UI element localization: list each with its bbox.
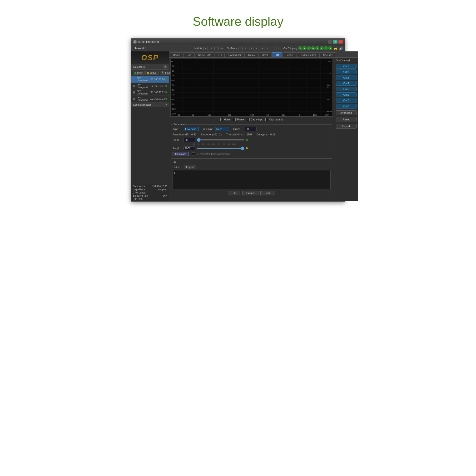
gain-checkbox[interactable] (221, 118, 223, 121)
in-mute-d[interactable]: D (220, 47, 224, 50)
out3-button[interactable]: Out3 (336, 75, 357, 80)
close-button[interactable]: ✕ (339, 40, 343, 44)
freq2-input[interactable] (184, 146, 195, 150)
app-window: Audio Processor ─ □ ✕ Menu(H) InMute A B… (131, 38, 345, 202)
out4-button[interactable]: Out4 (336, 81, 357, 86)
win-type-select[interactable]: Rect Hanning Hamming (215, 127, 229, 131)
dsp-logo: DSP (131, 51, 169, 64)
login-status-label: LoginStatus: (133, 188, 146, 191)
bypassed-button[interactable]: Bypassed (336, 110, 357, 115)
logout-button[interactable]: Logout (145, 71, 159, 75)
tab-port[interactable]: Port (184, 52, 194, 57)
ir-calc-checkbox[interactable] (192, 153, 195, 155)
out5-button[interactable]: Out5 (336, 87, 357, 91)
lock-icon[interactable]: 🔒 (333, 46, 338, 50)
bottom-info: DeviceAddr: 192.168.20.20 LoginStatus: U… (131, 184, 169, 201)
out7-button[interactable]: Out7 (336, 98, 357, 103)
reset-out-button[interactable]: Reset (336, 117, 357, 122)
table-row[interactable]: dev Unlogined 192.168.20.21 (131, 83, 169, 89)
table-row[interactable]: dev Unlogined 192.168.20.23 (131, 96, 169, 102)
info-row-sampling: SamplingRate: 96K (133, 194, 167, 197)
tab-comp-limit[interactable]: Comp/Limit (225, 52, 245, 57)
help-icon-scene[interactable]: ? (165, 103, 167, 106)
tab-mixer[interactable]: Mixer (258, 52, 271, 57)
out6-button[interactable]: Out6 (336, 92, 357, 97)
type-select[interactable]: Low pass High pass Band pass (184, 127, 199, 131)
ir-panel: IR Order: 0 Import 1 Edit Cancel Reset (171, 161, 332, 197)
svg-text:10K: 10K (313, 114, 317, 116)
cap-ctrl-checkbox[interactable] (247, 118, 250, 121)
export-button[interactable]: Export (336, 124, 357, 129)
calculate-button[interactable]: Calculate (172, 152, 189, 156)
out-mute-7[interactable]: 7 (271, 47, 275, 50)
device-indicator (133, 98, 135, 100)
out-channel-title: OutChannel (336, 59, 357, 62)
table-row[interactable]: dev Unlogined 192.168.20.20 (131, 76, 169, 83)
out8-button[interactable]: Out8 (336, 104, 357, 108)
svg-text:-100: -100 (171, 108, 176, 110)
device-name: dev (137, 90, 148, 92)
out-mute-2[interactable]: 2 (244, 47, 248, 50)
info-row-addr: DeviceAddr: 192.168.20.20 (133, 185, 167, 188)
ir-buttons: Edit Cancel Reset (172, 191, 331, 195)
device-indicator (133, 78, 135, 81)
table-row[interactable]: dev Unlogined 192.168.20.22 (131, 89, 169, 96)
tab-fir[interactable]: FIR (272, 52, 282, 57)
in-mute-b[interactable]: B (209, 47, 213, 50)
tab-eq[interactable]: EQ (215, 52, 225, 57)
params-row-atten: PassAtten(dB) 0.82 StopAtten(dB) 21 Tran… (172, 133, 331, 136)
clip-3: 3 (307, 46, 311, 50)
center-right: Home Port Noise Gate EQ Comp/Limit Delay… (169, 51, 358, 201)
cap-data-checkbox[interactable] (265, 118, 268, 121)
ir-order: Order: 0 (172, 166, 182, 169)
svg-text:200: 200 (228, 114, 231, 116)
menu-item-menu[interactable]: Menu(H) (133, 46, 148, 51)
svg-text:-50: -50 (171, 84, 174, 86)
tab-home[interactable]: Home (170, 52, 183, 57)
out-mute-6[interactable]: 6 (266, 47, 270, 50)
cancel-button[interactable]: Cancel (242, 191, 258, 195)
in-mute-a[interactable]: A (204, 47, 208, 50)
tab-device-setting[interactable]: Device Setting (297, 52, 320, 57)
out-mute-1[interactable]: 1 (238, 47, 242, 50)
out-channel-panel: OutChannel Out1 Out2 Out3 Out4 Out5 Out6… (334, 58, 358, 201)
out1-button[interactable]: Out1 (336, 64, 357, 68)
clip-4: 4 (311, 46, 315, 50)
svg-text:180: 180 (327, 60, 331, 63)
help-icon[interactable]: ? (164, 65, 167, 68)
tab-scene[interactable]: Scene (283, 52, 296, 57)
freq1-slider[interactable] (197, 139, 244, 140)
order-input[interactable] (245, 127, 256, 131)
freq2-slider[interactable] (197, 148, 244, 149)
import-button[interactable]: Import (184, 165, 196, 169)
out-mute-4[interactable]: 4 (255, 47, 259, 50)
tab-security[interactable]: Security (320, 52, 336, 57)
tab-delay[interactable]: Delay (245, 52, 258, 57)
device-addr-value: 192.168.20.20 (152, 185, 167, 188)
phase-checkbox[interactable] (233, 118, 236, 121)
info-row-login: LoginStatus: Unlogined (133, 188, 167, 191)
clip-2: 2 (303, 46, 306, 50)
out2-button[interactable]: Out2 (336, 69, 357, 74)
out-mute-3[interactable]: 3 (249, 47, 254, 50)
minimize-button[interactable]: ─ (328, 40, 332, 44)
volume-icon[interactable]: 🔊 (339, 46, 343, 50)
params-row-type: Type Low pass High pass Band pass WinTyp… (172, 127, 331, 131)
device-indicator (133, 91, 135, 94)
login-button[interactable]: Login (133, 71, 144, 75)
trans-width-value: 2787 (246, 133, 252, 136)
svg-text:-30: -30 (171, 74, 174, 77)
out-mute-5[interactable]: 5 (260, 47, 264, 50)
freq1-input[interactable] (184, 138, 195, 142)
local-scene-title: LocalSceneList (133, 103, 151, 106)
ir-legend: IR (172, 161, 177, 164)
in-mute-c[interactable]: C (214, 47, 219, 50)
device-actions: Login Logout 🔍 Search (131, 70, 169, 76)
device-status: Unlogined (137, 86, 148, 88)
reset-ir-button[interactable]: Reset (260, 191, 275, 195)
out-mute-8[interactable]: 8 (276, 47, 281, 50)
edit-button[interactable]: Edit (228, 191, 240, 195)
svg-text:-70: -70 (171, 94, 174, 96)
maximize-button[interactable]: □ (333, 40, 338, 44)
tab-noise-gate[interactable]: Noise Gate (195, 52, 214, 57)
